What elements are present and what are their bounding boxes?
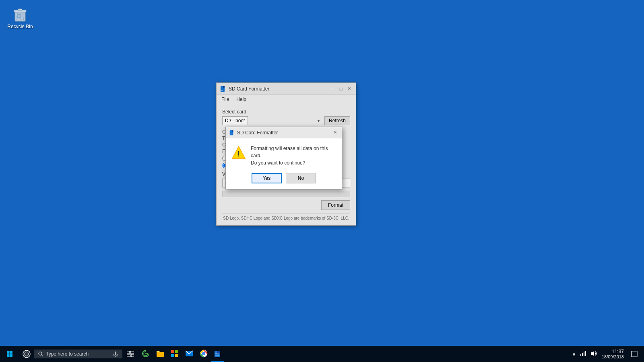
taskbar-left: Type here to search (0, 346, 224, 362)
system-tray: ∧ (571, 350, 598, 358)
taskbar-explorer-app[interactable] (153, 346, 167, 362)
volume-icon[interactable] (590, 350, 598, 358)
confirm-titlebar-left: SD Card Formatter (229, 130, 278, 136)
search-box[interactable]: Type here to search (34, 350, 122, 358)
svg-text:♻: ♻ (16, 13, 21, 19)
taskbar-edge-app[interactable] (138, 346, 153, 362)
tray-overflow-icon[interactable]: ∧ (571, 350, 577, 358)
recycle-bin-label: Recycle Bin (6, 24, 34, 29)
taskbar: Type here to search (0, 346, 644, 362)
task-view-icon (127, 351, 134, 357)
confirm-message-line2: Do you want to continue? (251, 160, 305, 166)
network-icon-svg (580, 351, 586, 356)
microphone-icon (113, 351, 118, 357)
clock-time: 11:37 (602, 349, 624, 354)
svg-rect-34 (171, 354, 174, 357)
taskbar-sd-formatter-app[interactable] (211, 346, 224, 362)
desktop: ♻ Recycle Bin SD Card Formatter ─ □ ✕ (0, 0, 644, 346)
confirm-close-button[interactable]: ✕ (331, 129, 339, 136)
file-explorer-icon (156, 350, 164, 357)
task-view-button[interactable] (122, 346, 138, 362)
volume-icon-svg (590, 351, 597, 356)
svg-rect-28 (130, 351, 134, 354)
svg-point-21 (23, 351, 30, 357)
search-circle-icon (23, 350, 31, 358)
svg-rect-32 (171, 350, 174, 353)
notification-button[interactable] (628, 346, 641, 362)
cortana-search-circle[interactable] (19, 346, 34, 362)
svg-point-39 (202, 352, 205, 355)
confirm-dialog: SD Card Formatter ✕ ! Formatting will er… (225, 127, 342, 189)
svg-rect-49 (632, 351, 637, 357)
confirm-titlebar: SD Card Formatter ✕ (226, 127, 342, 138)
yes-button[interactable]: Yes (252, 173, 282, 183)
clock[interactable]: 11:37 18/09/2018 (599, 349, 626, 359)
search-placeholder: Type here to search (46, 351, 89, 357)
network-icon[interactable] (579, 350, 587, 358)
taskbar-store-app[interactable] (167, 346, 182, 362)
clock-date: 18/09/2018 (602, 354, 624, 359)
svg-rect-18 (7, 354, 10, 357)
svg-rect-46 (584, 352, 584, 356)
svg-rect-27 (127, 351, 130, 354)
windows-store-icon (171, 350, 179, 358)
svg-rect-13 (232, 130, 233, 132)
svg-text:!: ! (237, 150, 240, 158)
svg-rect-29 (127, 354, 130, 357)
search-icon (38, 351, 43, 357)
recycle-bin-icon[interactable]: ♻ Recycle Bin (4, 4, 36, 31)
confirm-message-line1: Formatting will erase all data on this c… (251, 146, 328, 158)
start-button[interactable] (0, 346, 19, 362)
notification-icon (631, 351, 638, 357)
svg-rect-41 (217, 351, 220, 354)
confirm-buttons: Yes No (226, 173, 342, 189)
confirm-content: ! Formatting will erase all data on this… (226, 138, 342, 173)
svg-rect-43 (215, 355, 219, 356)
chrome-icon (200, 350, 208, 358)
svg-rect-2 (18, 9, 22, 10)
sd-card-icon (214, 350, 221, 358)
svg-rect-19 (10, 354, 13, 357)
confirm-message: Formatting will erase all data on this c… (251, 145, 336, 167)
recycle-bin-image: ♻ (12, 6, 28, 22)
warning-icon-container: ! (231, 145, 246, 162)
svg-rect-25 (115, 352, 116, 355)
svg-rect-33 (175, 350, 178, 353)
svg-rect-16 (7, 351, 10, 354)
svg-rect-30 (131, 354, 134, 357)
svg-rect-17 (10, 351, 13, 354)
edge-icon (142, 350, 150, 358)
no-button[interactable]: No (286, 173, 316, 183)
svg-rect-44 (580, 354, 581, 356)
windows-logo-icon (6, 351, 13, 357)
taskbar-right: ∧ 11:37 18/09/2 (571, 346, 644, 362)
svg-rect-47 (585, 351, 586, 356)
svg-rect-35 (175, 354, 178, 357)
svg-rect-45 (582, 353, 583, 356)
mail-icon (185, 350, 193, 357)
svg-marker-48 (591, 351, 594, 356)
taskbar-chrome-app[interactable] (196, 346, 211, 362)
svg-line-24 (42, 355, 43, 357)
warning-icon: ! (231, 146, 246, 160)
confirm-dialog-title: SD Card Formatter (237, 130, 278, 136)
svg-point-23 (39, 352, 42, 355)
svg-rect-42 (215, 354, 219, 354)
svg-rect-31 (157, 352, 164, 357)
taskbar-mail-app[interactable] (182, 346, 196, 362)
confirm-dialog-icon (229, 130, 235, 136)
